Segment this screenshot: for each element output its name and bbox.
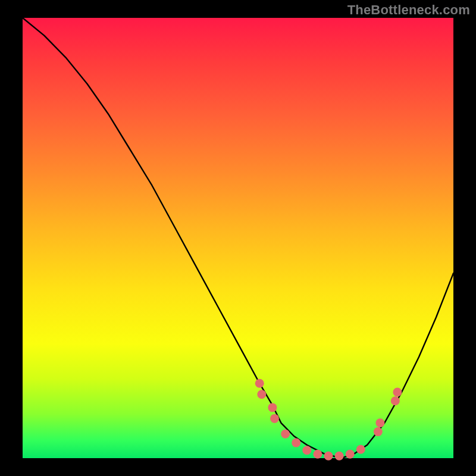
curve-marker	[255, 379, 264, 388]
curve-marker	[356, 445, 365, 454]
curve-marker	[324, 452, 333, 461]
watermark-text: TheBottleneck.com	[347, 2, 470, 18]
plot-area	[23, 18, 453, 458]
curve-marker	[313, 450, 322, 459]
chart-frame: TheBottleneck.com	[0, 0, 476, 476]
curve-marker	[375, 418, 384, 427]
curve-marker	[302, 446, 311, 455]
curve-marker	[270, 414, 279, 423]
curve-marker	[391, 396, 400, 405]
curve-marker	[335, 452, 344, 461]
curve-marker	[281, 430, 290, 439]
curve-marker	[393, 388, 402, 397]
curve-layer	[23, 18, 453, 458]
curve-markers	[255, 379, 402, 461]
curve-marker	[346, 450, 355, 459]
curve-marker	[374, 427, 383, 436]
curve-marker	[292, 439, 300, 447]
bottleneck-curve	[23, 18, 453, 458]
curve-marker	[257, 390, 266, 399]
curve-marker	[268, 403, 277, 412]
